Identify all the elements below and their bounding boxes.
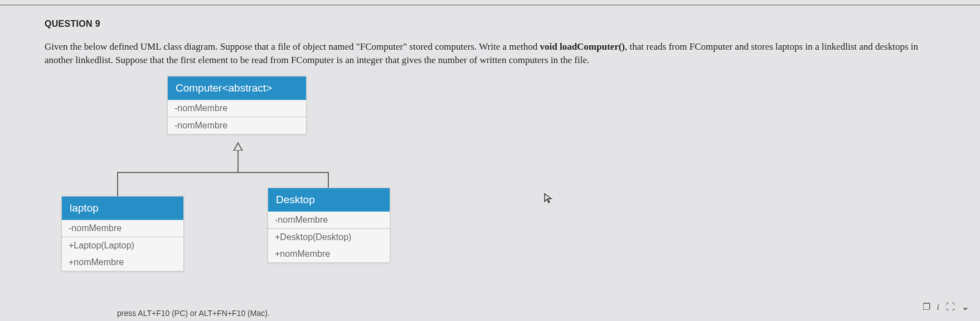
uml-computer-attr1: -nomMembre [168,100,306,117]
chevron-down-icon[interactable]: ⌄ [962,301,969,312]
question-text-bold: void loadComputer() [540,41,625,52]
connector-line [328,172,329,188]
screen-icon[interactable]: ❐ [923,301,930,312]
uml-laptop-title: laptop [62,197,183,220]
uml-desktop-method2: +nomMembre [268,246,390,262]
uml-diagram: Computer<abstract> -nomMembre -nomMembre… [61,76,452,288]
connector-line [237,151,239,173]
uml-computer-attr2: -nomMembre [168,117,306,134]
uml-desktop-class: Desktop -nomMembre +Desktop(Desktop) +no… [268,188,390,263]
uml-laptop-method2: +nomMembre [62,254,183,271]
question-title: QUESTION 9 [45,19,935,29]
uml-laptop-method1: +Laptop(Laptop) [62,237,183,254]
uml-computer-title: Computer<abstract> [168,76,306,100]
inheritance-arrow-icon [233,142,243,151]
keyboard-hint: press ALT+F10 (PC) or ALT+FN+F10 (Mac). [117,309,270,318]
uml-desktop-method1: +Desktop(Desktop) [268,229,390,246]
uml-desktop-attr1: -nomMembre [268,212,390,229]
question-text-part1: Given the below defined UML class diagra… [45,41,540,52]
uml-computer-class: Computer<abstract> -nomMembre -nomMembre [167,76,307,135]
uml-laptop-attr1: -nomMembre [62,220,183,237]
toolbar: ❐ i ⛶ ⌄ [923,301,969,312]
cursor-icon [544,193,554,207]
question-text: Given the below defined UML class diagra… [45,40,935,67]
uml-desktop-title: Desktop [268,188,390,212]
uml-laptop-class: laptop -nomMembre +Laptop(Laptop) +nomMe… [61,196,184,271]
connector-line [117,172,118,196]
connector-line [117,172,329,173]
expand-icon[interactable]: ⛶ [946,302,955,312]
info-icon[interactable]: i [937,302,939,312]
